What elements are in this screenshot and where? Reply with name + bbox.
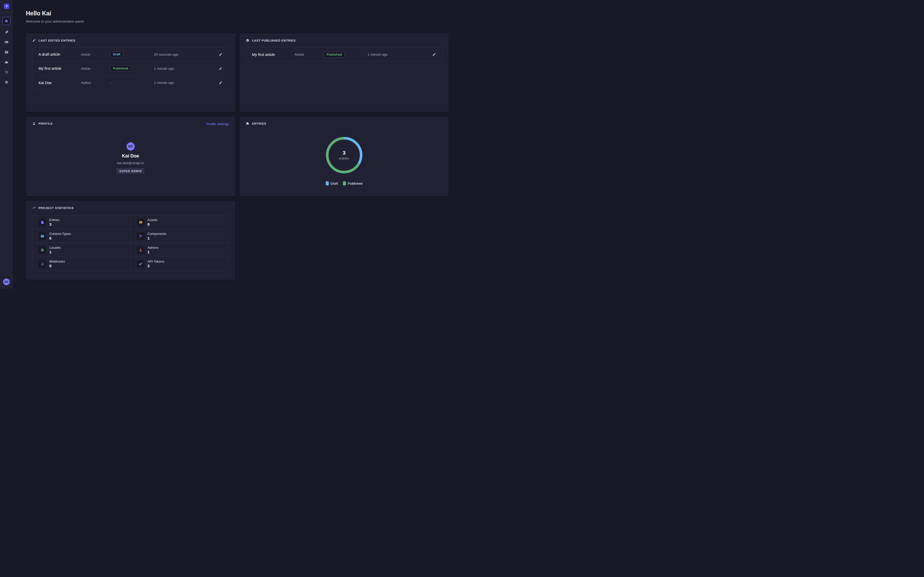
entry-time: 1 minute ago (154, 67, 216, 71)
molecule-icon (139, 234, 143, 238)
profile-card: PROFILE Profile settings KD Kai Doe kai.… (26, 116, 235, 196)
home-active-tile (2, 17, 11, 25)
dashboard-grid: LAST EDITED ENTRIES A draft article Arti… (26, 33, 449, 280)
gear-icon (4, 80, 9, 84)
stat-api-tokens: API Tokens 2 (131, 257, 229, 271)
sidebar-item-content-type-builder[interactable] (0, 47, 13, 57)
image-icon (139, 220, 143, 224)
status-badge: Draft (110, 52, 123, 57)
entry-time: 1 minute ago (368, 53, 430, 56)
page-subtitle: Welcome to your administration panel (26, 19, 449, 24)
role-badge: SUPER ADMIN (116, 168, 145, 174)
stat-admins: Admins 1 (131, 243, 229, 257)
last-published-table: My first article Article Published 1 min… (246, 47, 443, 62)
entry-type: Article (294, 53, 324, 56)
stat-webhooks: Webhooks 0 (32, 257, 131, 271)
document-icon (40, 220, 44, 224)
cart-icon (4, 70, 9, 74)
legend-chip-draft (326, 181, 329, 185)
sidebar-item-deploy[interactable] (0, 57, 13, 67)
chart-legend: Draft Published (326, 181, 362, 185)
layout-icon (4, 50, 9, 54)
table-row: A draft article Article Draft 20 seconds… (32, 47, 229, 61)
card-title: LAST PUBLISHED ENTRIES (252, 39, 296, 42)
entry-type: Author (81, 81, 110, 85)
donut-center: 3 entries (324, 135, 365, 176)
key-icon (139, 262, 143, 266)
user-icon (139, 248, 143, 252)
strapi-logo-icon (5, 4, 8, 8)
check-circle-icon (246, 39, 249, 42)
last-published-header: LAST PUBLISHED ENTRIES (239, 33, 449, 42)
sidebar-nav (0, 13, 13, 87)
media-icon (4, 40, 9, 44)
entry-name: A draft article (39, 52, 81, 56)
strapi-logo[interactable] (4, 3, 9, 9)
sidebar-item-settings[interactable] (0, 77, 13, 87)
status-empty: - (110, 81, 111, 85)
card-title: LAST EDITED ENTRIES (39, 39, 76, 42)
legend-chip-published (343, 181, 346, 185)
edit-entry-button[interactable] (219, 67, 223, 71)
stat-assets: Assets 0 (131, 215, 229, 229)
entry-time: 20 seconds ago (154, 53, 216, 56)
entry-time: 1 minute ago (154, 81, 216, 85)
sidebar-item-media-library[interactable] (0, 37, 13, 47)
trend-up-icon (32, 206, 36, 210)
sidebar-item-home[interactable] (0, 15, 13, 27)
home-icon (4, 19, 8, 23)
stat-entries: Entries 3 (32, 215, 131, 229)
entry-type: Article (81, 67, 110, 71)
stat-content-types: Content-Types 6 (32, 229, 131, 243)
stats-grid: Entries 3 (32, 215, 229, 271)
status-badge: Published (324, 52, 344, 58)
sidebar: KD (0, 0, 13, 288)
edit-entry-button[interactable] (219, 81, 223, 85)
project-statistics-header: PROJECT STATISTICS (26, 201, 235, 210)
status-badge: Published (110, 66, 131, 71)
table-row: My first article Article Published 1 min… (246, 47, 442, 61)
table-row: Kai Doe Author - 1 minute ago (32, 76, 229, 90)
card-title: PROJECT STATISTICS (39, 206, 74, 210)
profile-name: Kai Doe (122, 153, 139, 159)
entry-name: Kai Doe (39, 81, 81, 85)
stat-components: Components 1 (131, 229, 229, 243)
table-row: My first article Article Published 1 min… (32, 61, 229, 76)
profile-body: KD Kai Doe kai.doe@strapi.io SUPER ADMIN (26, 116, 235, 196)
entry-name: My first article (252, 53, 294, 57)
stat-locales: Locales 1 (32, 243, 131, 257)
last-published-entries-card: LAST PUBLISHED ENTRIES My first article … (239, 33, 449, 112)
cloud-icon (4, 60, 9, 64)
legend-item-published: Published (343, 181, 362, 185)
entries-count: 3 (342, 150, 346, 156)
sidebar-item-content-manager[interactable] (0, 27, 13, 37)
sidebar-item-marketplace[interactable] (0, 67, 13, 77)
last-edited-table: A draft article Article Draft 20 seconds… (32, 47, 229, 90)
globe-icon (40, 248, 44, 252)
layout-icon (40, 234, 44, 238)
last-edited-header: LAST EDITED ENTRIES (26, 33, 235, 42)
entry-name: My first article (39, 66, 81, 71)
entry-type: Article (81, 53, 110, 56)
page-title: Hello Kai (26, 10, 449, 17)
sidebar-bottom-divider (0, 275, 13, 276)
entries-donut-chart: 3 entries (324, 135, 365, 176)
entries-count-label: entries (339, 156, 349, 160)
webhook-icon (40, 262, 44, 266)
project-statistics-card: PROJECT STATISTICS Entries 3 (26, 201, 235, 280)
profile-email: kai.doe@strapi.io (117, 161, 144, 165)
last-edited-entries-card: LAST EDITED ENTRIES A draft article Arti… (26, 33, 235, 112)
entries-card: ENTRIES 3 entries (239, 116, 449, 196)
legend-item-draft: Draft (326, 181, 338, 185)
entries-chart-area: 3 entries Draft Published (239, 116, 449, 196)
avatar: KD (126, 142, 135, 150)
pencil-icon (32, 39, 36, 42)
feather-icon (4, 30, 9, 34)
edit-entry-button[interactable] (219, 53, 223, 56)
user-avatar[interactable]: KD (3, 279, 10, 285)
main-content: Hello Kai Welcome to your administration… (13, 0, 462, 288)
edit-entry-button[interactable] (432, 53, 436, 56)
